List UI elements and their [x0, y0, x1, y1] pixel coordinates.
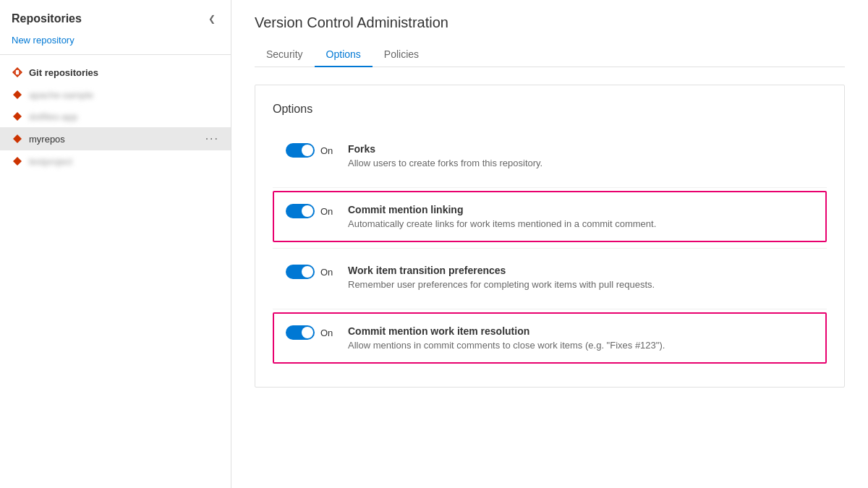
sidebar: Repositories ❮ New repository Git reposi…	[0, 0, 231, 488]
commit-mention-toggle[interactable]	[286, 204, 315, 218]
svg-marker-5	[13, 134, 22, 143]
git-repos-header: Git repositories	[0, 61, 231, 84]
repo-item[interactable]: testproject	[0, 150, 231, 172]
commit-resolution-content: Commit mention work item resolution Allo…	[348, 325, 814, 351]
options-section-title: Options	[273, 103, 827, 116]
repo-name: dotfiles-app	[29, 111, 219, 122]
option-divider	[273, 248, 827, 249]
forks-content: Forks Allow users to create forks from t…	[348, 143, 814, 168]
repo-item-menu[interactable]: ···	[205, 132, 219, 145]
tab-options[interactable]: Options	[315, 43, 373, 67]
page-title: Version Control Administration	[255, 14, 845, 31]
repo-icon	[12, 111, 23, 122]
option-commit-mention-resolution: On Commit mention work item resolution A…	[273, 312, 827, 364]
commit-mention-desc: Automatically create links for work item…	[348, 218, 814, 229]
sidebar-divider	[0, 54, 231, 55]
commit-resolution-toggle-group: On	[286, 325, 336, 340]
option-work-item-transition: On Work item transition preferences Reme…	[273, 252, 827, 303]
git-repos-label: Git repositories	[29, 67, 98, 78]
repo-name-myrepos: myrepos	[29, 134, 200, 145]
main-content: Version Control Administration Security …	[231, 0, 868, 488]
options-section: Options On Forks Allow users to create f…	[255, 85, 845, 388]
work-item-content: Work item transition preferences Remembe…	[348, 265, 814, 290]
work-item-toggle[interactable]	[286, 265, 315, 279]
work-item-toggle-group: On	[286, 265, 336, 279]
git-repos-icon	[12, 67, 23, 78]
repo-list: apache-sample dotfiles-app myrepos ···	[0, 84, 231, 172]
forks-toggle-group: On	[286, 143, 336, 158]
option-forks: On Forks Allow users to create forks fro…	[273, 130, 827, 181]
forks-toggle[interactable]	[286, 143, 315, 158]
commit-resolution-toggle-label: On	[320, 328, 333, 338]
commit-mention-name: Commit mention linking	[348, 204, 814, 215]
option-divider	[273, 187, 827, 188]
work-item-toggle-label: On	[320, 267, 333, 278]
repo-item[interactable]: dotfiles-app	[0, 106, 231, 127]
forks-desc: Allow users to create forks from this re…	[348, 158, 814, 168]
option-commit-mention-linking: On Commit mention linking Automatically …	[273, 191, 827, 242]
svg-rect-2	[16, 70, 19, 74]
tab-policies[interactable]: Policies	[373, 43, 430, 67]
new-repository-link[interactable]: New repository	[0, 32, 231, 54]
repo-icon	[12, 155, 23, 167]
commit-resolution-toggle[interactable]	[286, 325, 315, 340]
commit-mention-content: Commit mention linking Automatically cre…	[348, 204, 814, 229]
repo-item-active[interactable]: myrepos ···	[0, 127, 231, 150]
repo-name: apache-sample	[29, 90, 219, 100]
svg-marker-6	[13, 157, 22, 166]
sidebar-header: Repositories ❮	[0, 0, 231, 32]
forks-name: Forks	[348, 143, 814, 155]
svg-marker-4	[13, 112, 22, 121]
tab-security[interactable]: Security	[255, 43, 315, 67]
commit-resolution-desc: Allow mentions in commit comments to clo…	[348, 340, 814, 351]
work-item-name: Work item transition preferences	[348, 265, 814, 276]
repo-icon	[12, 89, 23, 100]
collapse-button[interactable]: ❮	[205, 12, 219, 26]
commit-mention-toggle-group: On	[286, 204, 336, 218]
svg-marker-3	[13, 90, 22, 99]
forks-toggle-label: On	[320, 145, 333, 156]
repo-item[interactable]: apache-sample	[0, 84, 231, 106]
option-divider	[273, 309, 827, 309]
commit-mention-toggle-label: On	[320, 206, 333, 217]
commit-resolution-name: Commit mention work item resolution	[348, 325, 814, 337]
repo-name: testproject	[29, 156, 219, 167]
sidebar-title: Repositories	[12, 12, 82, 25]
repo-icon	[12, 133, 23, 145]
work-item-desc: Remember user preferences for completing…	[348, 279, 814, 290]
tabs: Security Options Policies	[255, 43, 845, 67]
